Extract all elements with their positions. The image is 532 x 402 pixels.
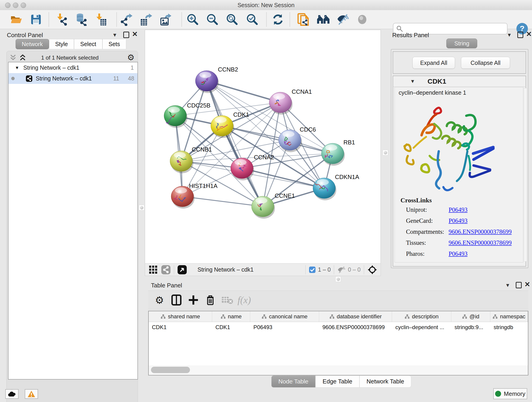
crosslink-link[interactable]: 9606.ENSP00000378699 [449, 228, 512, 235]
column-header-canonical-name[interactable]: canonical name [250, 311, 319, 322]
tab-edge-table[interactable]: Edge Table [316, 375, 360, 388]
tab-select[interactable]: Select [74, 39, 102, 49]
left-splitter-handle[interactable] [139, 205, 144, 211]
table-cell[interactable]: CDK1 [149, 322, 212, 332]
edge-CDK1-RB1[interactable] [222, 126, 333, 153]
results-scrollbar[interactable] [524, 88, 527, 262]
birdseye-grid-icon[interactable] [149, 265, 158, 274]
zoom-out-button[interactable] [206, 13, 219, 26]
network-options-gear-icon[interactable]: ⚙ [127, 53, 134, 62]
warning-status-button[interactable] [25, 389, 38, 399]
tab-network[interactable]: Network [16, 39, 49, 49]
network-selection-status: 1 of 1 Network selected [2, 55, 138, 61]
table-header-row: shared namenamecanonical namedatabase id… [149, 311, 528, 322]
column-header-shared-name[interactable]: shared name [149, 311, 212, 322]
results-panel-collapse-icon[interactable]: ▼ [507, 32, 512, 38]
network-canvas[interactable]: CCNB2CCNA1CDC25BCDK1CDC6RB1CCNB1CCNA2CDK… [145, 30, 381, 264]
delete-column-trash-icon[interactable] [202, 293, 219, 307]
tab-network-table[interactable]: Network Table [360, 375, 411, 388]
function-builder-icon[interactable]: f(x) [236, 293, 253, 307]
table-panel-close-icon[interactable]: ✕ [525, 282, 530, 287]
table-cell[interactable]: stringdb [490, 322, 528, 332]
delete-table-icon[interactable] [219, 293, 236, 307]
network-row[interactable]: String Network – cdk1 11 48 [8, 73, 138, 84]
node-CCNA1[interactable]: CCNA1 [269, 88, 312, 115]
network-collection-row[interactable]: ▼ String Network – cdk1 1 [8, 62, 138, 73]
export-image-button[interactable] [159, 13, 172, 26]
crosslink-link[interactable]: P06493 [449, 217, 468, 224]
show-columns-icon[interactable] [168, 293, 185, 307]
zoom-fit-button[interactable] [225, 13, 239, 26]
fit-content-crosshair-icon[interactable] [367, 265, 377, 275]
crosslink-link[interactable]: P06493 [449, 250, 468, 257]
network-status-dot [11, 77, 15, 80]
export-table-button[interactable] [139, 13, 152, 26]
node-label-CCNB2: CCNB2 [218, 66, 238, 73]
zoom-selected-button[interactable] [246, 13, 259, 26]
table-hscrollbar-thumb[interactable] [151, 367, 190, 373]
tab-style[interactable]: Style [49, 39, 74, 49]
hide-selected-button[interactable] [336, 13, 350, 26]
import-network-database-button[interactable] [74, 13, 88, 26]
selected-checkbox-icon[interactable] [309, 266, 316, 273]
column-header-database-identifier[interactable]: database identifier [319, 311, 392, 322]
right-splitter-handle[interactable] [383, 150, 388, 155]
expand-all-button[interactable]: Expand All [412, 57, 455, 69]
table-hscrollbar[interactable] [149, 365, 528, 375]
hidden-eye-slash-icon[interactable] [337, 266, 346, 274]
import-table-file-button[interactable] [94, 13, 108, 26]
collapse-all-button[interactable]: Collapse All [461, 57, 510, 69]
control-panel-float-icon[interactable] [123, 32, 129, 38]
save-session-button[interactable] [29, 13, 43, 26]
column-header-name[interactable]: name [212, 311, 250, 322]
column-header--id[interactable]: @id [451, 311, 491, 322]
bottom-splitter-handle[interactable] [336, 276, 341, 282]
toolbar-separator [364, 265, 364, 274]
export-view-icon[interactable] [177, 265, 187, 274]
node-HIST1H1A[interactable]: HIST1H1A [171, 182, 218, 209]
show-all-button[interactable] [355, 13, 369, 26]
refresh-view-button[interactable] [271, 13, 285, 26]
table-cell[interactable]: 9606.ENSP00000378699 [319, 322, 392, 332]
column-header-description[interactable]: description [392, 311, 451, 322]
export-network-button[interactable] [120, 13, 133, 26]
clone-network-icon [297, 13, 309, 26]
table-cell[interactable]: stringdb:9... [451, 322, 491, 332]
cloud-status-button[interactable] [5, 389, 19, 399]
column-header-namespac[interactable]: namespac [490, 311, 528, 322]
node-RB1[interactable]: RB1 [322, 139, 355, 166]
protein-structure-image [400, 99, 498, 195]
table-cell[interactable]: P06493 [250, 322, 319, 332]
control-panel-close-icon[interactable]: ✕ [132, 32, 138, 37]
memory-button[interactable]: Memory [493, 388, 527, 399]
table-row[interactable]: CDK1CDK1P064939606.ENSP00000378699cyclin… [149, 322, 528, 332]
results-panel-float-icon[interactable] [517, 32, 523, 38]
first-neighbors-button[interactable] [317, 13, 330, 26]
results-panel-close-icon[interactable]: ✕ [526, 32, 532, 37]
gene-section-header[interactable]: ▼ CDK1 [393, 76, 526, 87]
node-CDKN1A[interactable]: CDKN1A [313, 173, 359, 200]
share-network-icon[interactable] [161, 265, 171, 274]
crosslink-link[interactable]: 9606.ENSP00000378699 [449, 239, 512, 246]
table-panel-collapse-icon[interactable]: ▼ [505, 282, 510, 288]
table-cell[interactable]: CDK1 [212, 322, 250, 332]
tab-sets[interactable]: Sets [102, 39, 126, 49]
table-settings-gear-icon[interactable]: ⚙ [151, 293, 168, 307]
open-session-button[interactable] [10, 13, 23, 26]
eye-slash-icon [336, 13, 349, 26]
gene-section-expander-icon[interactable]: ▼ [410, 78, 415, 84]
table-tabs: Node TableEdge TableNetwork Table [271, 375, 411, 388]
node-CDC25B[interactable]: CDC25B [164, 102, 210, 128]
crosslink-link[interactable]: P06493 [449, 206, 468, 213]
tab-node-table[interactable]: Node Table [271, 375, 316, 388]
table-cell[interactable]: cyclin–dependent ... [392, 322, 451, 332]
import-network-file-button[interactable] [55, 13, 68, 26]
tab-string[interactable]: String [446, 38, 477, 48]
table-panel-float-icon[interactable] [516, 282, 522, 288]
zoom-in-button[interactable] [186, 13, 199, 26]
create-column-icon[interactable] [185, 293, 202, 307]
tree-expander-icon[interactable]: ▼ [15, 65, 19, 70]
node-CCNB2[interactable]: CCNB2 [196, 66, 238, 93]
clone-network-button[interactable] [297, 13, 310, 26]
control-panel-collapse-icon[interactable]: ▼ [112, 32, 117, 38]
